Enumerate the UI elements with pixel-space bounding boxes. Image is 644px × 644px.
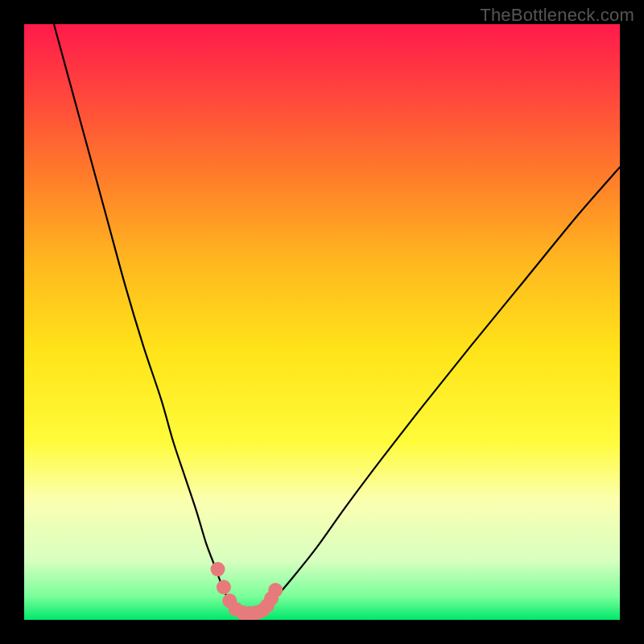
marker-dot xyxy=(268,583,283,597)
marker-dot xyxy=(217,580,231,594)
watermark-text: TheBottleneck.com xyxy=(480,5,634,26)
marker-dot xyxy=(211,562,225,576)
chart-plot-area xyxy=(24,24,620,620)
chart-svg xyxy=(24,24,620,620)
gradient-background xyxy=(24,24,620,620)
